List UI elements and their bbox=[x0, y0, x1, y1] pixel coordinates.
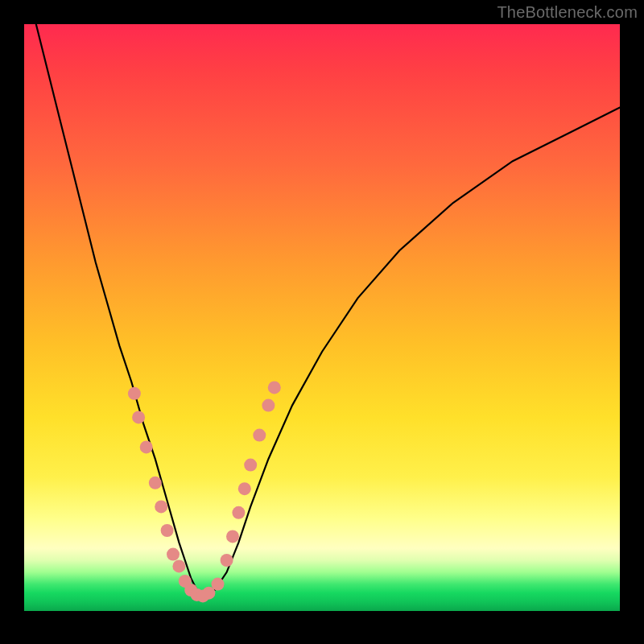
curve-marker bbox=[253, 429, 266, 442]
curve-marker bbox=[132, 411, 145, 423]
curve-marker bbox=[221, 554, 233, 567]
curve-markers bbox=[128, 381, 281, 602]
curve-marker bbox=[244, 459, 257, 472]
curve-marker bbox=[238, 482, 251, 495]
curve-marker bbox=[232, 506, 245, 519]
curve-marker bbox=[172, 559, 185, 572]
watermark-text: TheBottleneck.com bbox=[497, 3, 638, 22]
curve-marker bbox=[161, 524, 174, 537]
plot-frame bbox=[24, 24, 620, 620]
curve-marker bbox=[155, 500, 167, 513]
curve-marker bbox=[149, 477, 162, 489]
curve-marker bbox=[167, 548, 180, 561]
curve-marker bbox=[226, 530, 239, 543]
curve-marker bbox=[268, 381, 281, 394]
curve-marker bbox=[212, 578, 225, 591]
plot-svg bbox=[24, 24, 620, 620]
curve-marker bbox=[128, 387, 141, 400]
bottleneck-curve bbox=[36, 24, 620, 596]
curve-marker bbox=[262, 399, 275, 412]
curve-marker bbox=[140, 440, 153, 453]
